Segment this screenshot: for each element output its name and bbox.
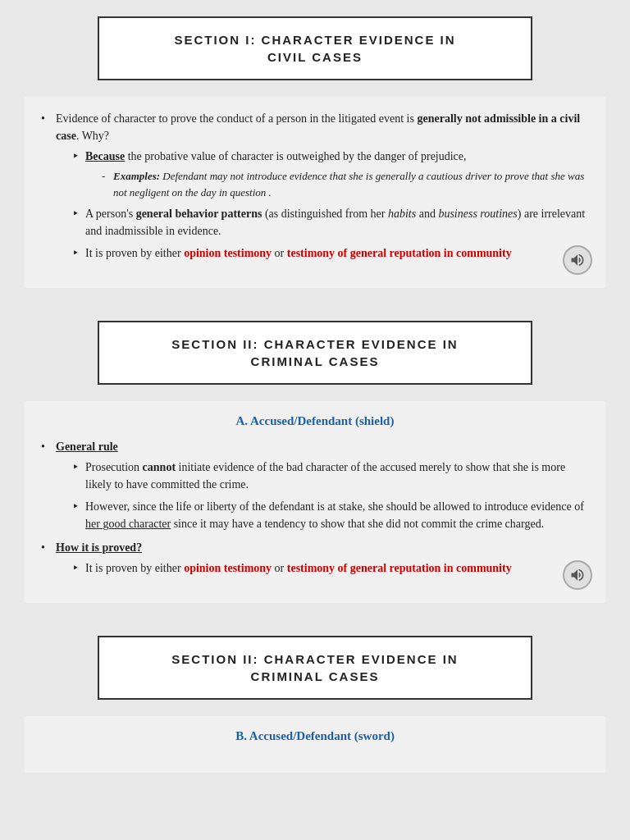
volume-icon bbox=[569, 252, 586, 268]
separator bbox=[25, 296, 605, 321]
bold-text: generally not admissible in a civil case bbox=[56, 112, 580, 142]
bold-text: cannot bbox=[143, 461, 176, 473]
separator2 bbox=[25, 611, 605, 636]
italic-text: business routines bbox=[438, 208, 517, 220]
section2-bullet-list: General rule Prosecution cannot initiate… bbox=[41, 438, 589, 577]
testimony-general-reputation-text2: testimony of general reputation in commu… bbox=[287, 562, 512, 574]
section2-content: A. Accused/Defendant (shield) General ru… bbox=[25, 401, 605, 603]
list-item: Examples: Defendant may not introduce ev… bbox=[102, 168, 589, 200]
volume-icon2 bbox=[569, 567, 586, 583]
sub-sub-list: Examples: Defendant may not introduce ev… bbox=[85, 168, 589, 200]
section1-title-box: SECTION I: CHARACTER EVIDENCE IN CIVIL C… bbox=[98, 16, 532, 80]
section2-title: SECTION II: CHARACTER EVIDENCE IN CRIMIN… bbox=[119, 336, 511, 370]
list-item: A person's general behavior patterns (as… bbox=[72, 205, 589, 240]
testimony-general-reputation-text: testimony of general reputation in commu… bbox=[287, 247, 512, 259]
section3-subheading: B. Accused/Defendant (sword) bbox=[41, 729, 589, 743]
opinion-testimony-text2: opinion testimony bbox=[184, 562, 272, 574]
list-item: Because the probative value of character… bbox=[72, 148, 589, 200]
because-label: Because bbox=[85, 150, 125, 162]
list-item: However, since the life or liberty of th… bbox=[72, 498, 589, 532]
list-item: How it is proved? It is proven by either… bbox=[41, 539, 589, 577]
page: SECTION I: CHARACTER EVIDENCE IN CIVIL C… bbox=[0, 0, 630, 797]
list-item: Evidence of character to prove the condu… bbox=[41, 110, 589, 262]
list-item: It is proven by either opinion testimony… bbox=[72, 559, 589, 577]
list-item: Prosecution cannot initiate evidence of … bbox=[72, 459, 589, 493]
section1-content: Evidence of character to prove the condu… bbox=[25, 97, 605, 288]
sound-icon-button[interactable] bbox=[563, 245, 592, 275]
underline-text: her good character bbox=[85, 518, 171, 530]
section3-content: B. Accused/Defendant (sword) bbox=[25, 716, 605, 773]
section1-title: SECTION I: CHARACTER EVIDENCE IN CIVIL C… bbox=[119, 31, 511, 66]
how-proved-label: How it is proved? bbox=[56, 541, 142, 554]
section3-title-box: SECTION II: CHARACTER EVIDENCE IN CRIMIN… bbox=[98, 636, 532, 700]
section1-bullet-list: Evidence of character to prove the condu… bbox=[41, 110, 589, 262]
section3-title: SECTION II: CHARACTER EVIDENCE IN CRIMIN… bbox=[119, 651, 511, 685]
examples-label: Examples: bbox=[113, 170, 160, 182]
section2-title-box: SECTION II: CHARACTER EVIDENCE IN CRIMIN… bbox=[98, 321, 532, 385]
sub-list: Prosecution cannot initiate evidence of … bbox=[56, 459, 589, 532]
list-item: It is proven by either opinion testimony… bbox=[72, 244, 589, 262]
list-item: General rule Prosecution cannot initiate… bbox=[41, 438, 589, 532]
bold-text: general behavior patterns bbox=[136, 208, 262, 220]
section2-subheading: A. Accused/Defendant (shield) bbox=[41, 414, 589, 428]
sub-list: It is proven by either opinion testimony… bbox=[56, 559, 589, 577]
sub-list: Because the probative value of character… bbox=[56, 148, 589, 262]
italic-text: habits bbox=[388, 208, 416, 220]
sound-icon-button2[interactable] bbox=[563, 560, 592, 590]
general-rule-label: General rule bbox=[56, 441, 118, 453]
opinion-testimony-text: opinion testimony bbox=[184, 247, 272, 259]
